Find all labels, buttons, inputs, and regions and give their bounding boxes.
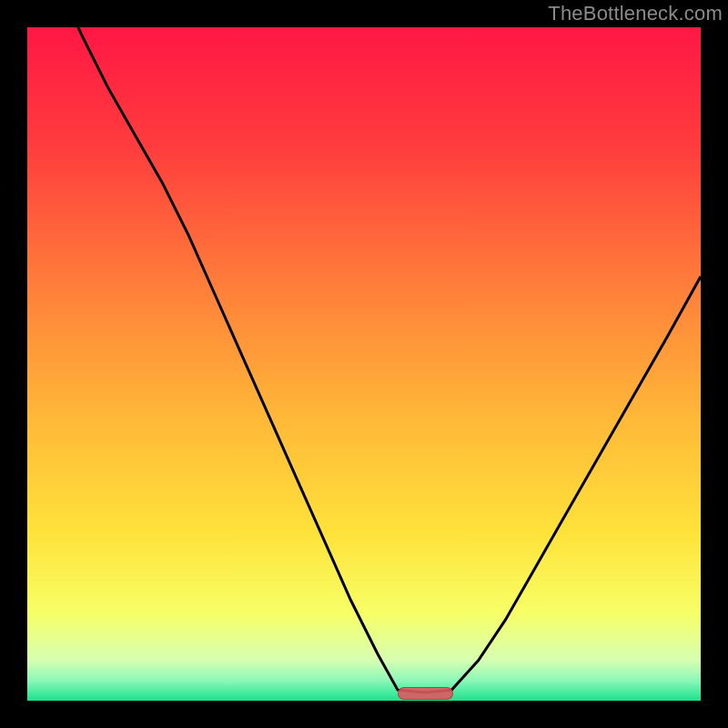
- chart-frame: TheBottleneck.com: [0, 0, 728, 728]
- plot-area: [27, 27, 701, 701]
- watermark-text: TheBottleneck.com: [548, 2, 723, 25]
- optimal-marker: [398, 687, 453, 700]
- bottleneck-curve: [27, 27, 701, 701]
